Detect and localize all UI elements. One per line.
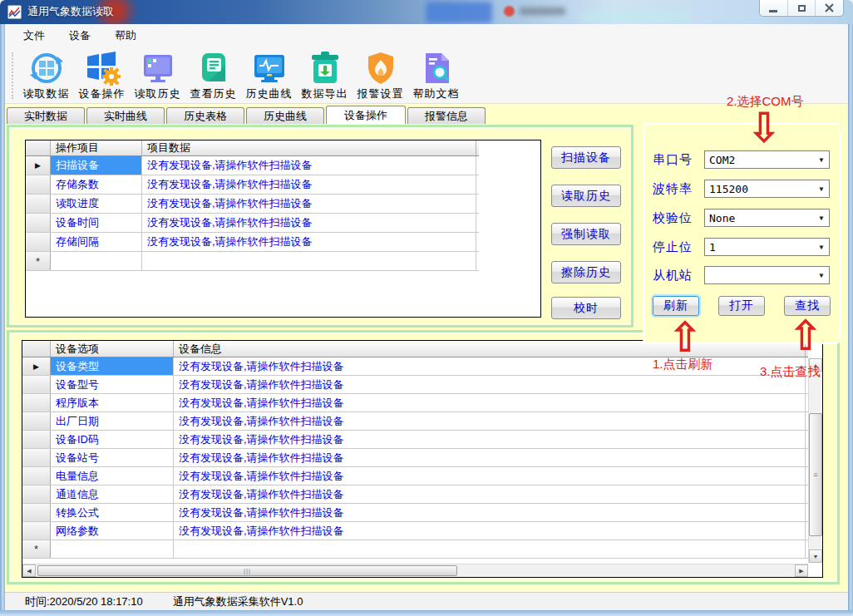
cell-name[interactable]: 存储条数 xyxy=(51,175,142,194)
toolbar-history-curve[interactable]: 历史曲线 xyxy=(241,49,297,101)
scan-device-button[interactable]: 扫描设备 xyxy=(551,146,621,169)
cell-name[interactable]: 通道信息 xyxy=(51,485,174,503)
cell-value[interactable]: 没有发现设备,请操作软件扫描设备 xyxy=(174,504,806,521)
device-info-table[interactable]: 设备选项 设备信息 ▶设备类型没有发现设备,请操作软件扫描设备设备型号没有发现设… xyxy=(22,340,823,578)
tab-device-operate[interactable]: 设备操作 xyxy=(326,106,406,124)
chevron-down-icon[interactable]: ▼ xyxy=(816,151,827,168)
toolbar-view-history[interactable]: 查看历史 xyxy=(185,49,241,101)
read-history-button[interactable]: 读取历史 xyxy=(551,185,621,207)
column-header[interactable]: 设备选项 xyxy=(51,341,174,357)
time-sync-button[interactable]: 校时 xyxy=(551,297,621,319)
cell-name[interactable] xyxy=(51,252,142,270)
horizontal-scrollbar[interactable]: ◀ ||| ▶ xyxy=(22,564,808,577)
cell-name[interactable]: 设备时间 xyxy=(51,214,142,232)
maximize-button[interactable] xyxy=(787,0,816,16)
cell-value[interactable]: 没有发现设备,请操作软件扫描设备 xyxy=(174,431,806,448)
scroll-left-icon[interactable]: ◀ xyxy=(22,564,36,577)
table-row[interactable]: 设备站号没有发现设备,请操作软件扫描设备 xyxy=(22,449,808,467)
cell-value[interactable]: 没有发现设备,请操作软件扫描设备 xyxy=(174,357,806,375)
cell-value[interactable]: 没有发现设备,请操作软件扫描设备 xyxy=(142,175,476,194)
tab-realtime-data[interactable]: 实时数据 xyxy=(7,107,85,124)
toolbar-device-operate[interactable]: 设备操作 xyxy=(74,49,130,101)
operation-table[interactable]: 操作项目 项目数据 ▶扫描设备没有发现设备,请操作软件扫描设备存储条数没有发现设… xyxy=(25,140,541,318)
vertical-scrollbar[interactable]: ▲ ≡ ▼ xyxy=(808,358,822,563)
com-port-select[interactable]: COM2 ▼ xyxy=(704,150,830,169)
cell-value[interactable]: 没有发现设备,请操作软件扫描设备 xyxy=(174,485,806,503)
cell-value[interactable] xyxy=(174,540,806,558)
table-row[interactable]: 通道信息没有发现设备,请操作软件扫描设备 xyxy=(22,485,808,504)
title-bar[interactable]: 通用气象数据读取 xyxy=(0,0,853,24)
baud-rate-select[interactable]: 115200 ▼ xyxy=(704,180,830,198)
table-row[interactable]: 电量信息没有发现设备,请操作软件扫描设备 xyxy=(22,467,808,485)
table-row[interactable]: 转换公式没有发现设备,请操作软件扫描设备 xyxy=(22,504,808,522)
table-row[interactable]: 存储间隔没有发现设备,请操作软件扫描设备 xyxy=(26,233,479,252)
slave-station-select[interactable]: ▼ xyxy=(704,266,830,284)
cell-name[interactable]: 设备ID码 xyxy=(51,431,174,448)
cell-name[interactable]: 出厂日期 xyxy=(51,412,174,430)
cell-name[interactable]: 电量信息 xyxy=(51,467,174,485)
menu-device[interactable]: 设备 xyxy=(64,26,96,46)
cell-value[interactable]: 没有发现设备,请操作软件扫描设备 xyxy=(142,214,476,232)
scroll-down-icon[interactable]: ▼ xyxy=(809,549,822,563)
chevron-down-icon[interactable]: ▼ xyxy=(816,267,827,283)
table-row[interactable]: ▶扫描设备没有发现设备,请操作软件扫描设备 xyxy=(26,156,479,175)
toolbar-grip[interactable] xyxy=(12,52,13,99)
table-row[interactable]: 出厂日期没有发现设备,请操作软件扫描设备 xyxy=(22,412,808,431)
force-read-button[interactable]: 强制读取 xyxy=(551,223,621,245)
cell-name[interactable]: 读取进度 xyxy=(51,195,142,213)
tab-history-table[interactable]: 历史表格 xyxy=(166,107,244,124)
cell-value[interactable]: 没有发现设备,请操作软件扫描设备 xyxy=(142,156,476,175)
scroll-up-icon[interactable]: ▲ xyxy=(809,358,822,372)
cell-value[interactable]: 没有发现设备,请操作软件扫描设备 xyxy=(174,376,806,393)
cell-value[interactable]: 没有发现设备,请操作软件扫描设备 xyxy=(174,522,806,540)
toolbar-help-doc[interactable]: 帮助文档 xyxy=(408,49,464,101)
table-row[interactable]: 存储条数没有发现设备,请操作软件扫描设备 xyxy=(26,175,479,195)
toolbar-read-data[interactable]: 读取数据 xyxy=(18,49,74,101)
cell-value[interactable]: 没有发现设备,请操作软件扫描设备 xyxy=(174,467,806,485)
cell-value[interactable]: 没有发现设备,请操作软件扫描设备 xyxy=(174,412,806,430)
close-button[interactable] xyxy=(815,0,843,16)
toolbar-read-history[interactable]: 读取历史 xyxy=(130,49,185,101)
toolbar-data-export[interactable]: 数据导出 xyxy=(297,49,353,101)
table-row[interactable]: 网络参数没有发现设备,请操作软件扫描设备 xyxy=(22,522,808,540)
scroll-right-icon[interactable]: ▶ xyxy=(795,564,808,577)
toolbar-alarm-settings[interactable]: 报警设置 xyxy=(353,49,408,101)
table-row[interactable]: 设备型号没有发现设备,请操作软件扫描设备 xyxy=(22,376,808,394)
cell-value[interactable]: 没有发现设备,请操作软件扫描设备 xyxy=(142,233,476,251)
tab-history-curve[interactable]: 历史曲线 xyxy=(246,107,324,124)
find-button[interactable]: 查找 xyxy=(784,296,831,316)
table-row[interactable]: 设备时间没有发现设备,请操作软件扫描设备 xyxy=(26,214,479,233)
table-new-row[interactable]: * xyxy=(22,540,808,559)
chevron-down-icon[interactable]: ▼ xyxy=(816,239,827,255)
menu-help[interactable]: 帮助 xyxy=(110,26,141,46)
table-row[interactable]: 读取进度没有发现设备,请操作软件扫描设备 xyxy=(26,195,479,214)
vertical-scroll-thumb[interactable]: ≡ xyxy=(809,413,822,536)
refresh-button[interactable]: 刷新 xyxy=(653,296,699,316)
minimize-button[interactable] xyxy=(760,0,787,16)
menu-file[interactable]: 文件 xyxy=(18,26,50,46)
cell-value[interactable] xyxy=(142,252,476,270)
cell-name[interactable]: 转换公式 xyxy=(51,504,174,521)
tab-realtime-curve[interactable]: 实时曲线 xyxy=(86,107,165,124)
cell-name[interactable]: 设备类型 xyxy=(51,357,174,375)
cell-name[interactable]: 程序版本 xyxy=(51,394,174,411)
cell-name[interactable]: 网络参数 xyxy=(51,522,174,540)
tab-alarm-info[interactable]: 报警信息 xyxy=(407,107,486,124)
table-row[interactable]: 程序版本没有发现设备,请操作软件扫描设备 xyxy=(22,394,808,412)
cell-name[interactable] xyxy=(51,540,174,558)
table-new-row[interactable]: * xyxy=(26,252,479,271)
cell-name[interactable]: 存储间隔 xyxy=(51,233,142,251)
cell-name[interactable]: 设备站号 xyxy=(51,449,174,466)
horizontal-scroll-thumb[interactable]: ||| xyxy=(37,565,457,576)
table-row[interactable]: 设备ID码没有发现设备,请操作软件扫描设备 xyxy=(22,431,808,449)
column-header[interactable]: 项目数据 xyxy=(142,140,476,155)
chevron-down-icon[interactable]: ▼ xyxy=(816,180,827,197)
column-header[interactable]: 操作项目 xyxy=(51,140,142,155)
cell-value[interactable]: 没有发现设备,请操作软件扫描设备 xyxy=(174,449,806,466)
open-button[interactable]: 打开 xyxy=(718,296,765,316)
table-row[interactable]: ▶设备类型没有发现设备,请操作软件扫描设备 xyxy=(22,357,808,376)
cell-name[interactable]: 设备型号 xyxy=(51,376,174,393)
stop-bits-select[interactable]: 1 ▼ xyxy=(704,238,830,256)
cell-name[interactable]: 扫描设备 xyxy=(51,156,142,175)
cell-value[interactable]: 没有发现设备,请操作软件扫描设备 xyxy=(142,195,476,213)
